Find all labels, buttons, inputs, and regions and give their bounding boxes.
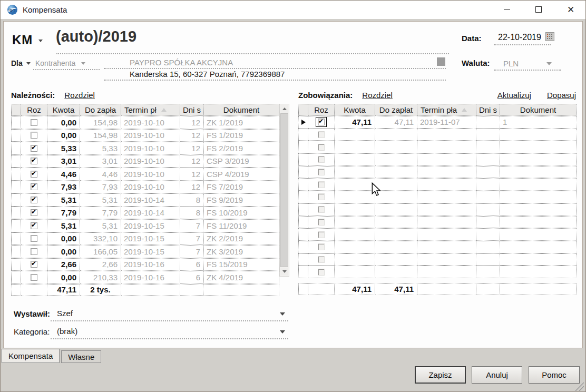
zobowiazania-empty-row[interactable] bbox=[298, 166, 577, 179]
dni-cell: 12 bbox=[180, 181, 204, 194]
scroll-down-button[interactable] bbox=[280, 268, 288, 276]
help-button[interactable]: Pomoc bbox=[529, 366, 580, 384]
row-marker-cell bbox=[12, 271, 21, 284]
doc-type-dropdown[interactable]: KM bbox=[12, 33, 43, 47]
col-header-dokument[interactable]: Dokument bbox=[204, 104, 279, 116]
col-header-kwota[interactable]: Kwota bbox=[47, 104, 80, 116]
roz-checkbox[interactable] bbox=[31, 235, 37, 242]
zobowiazania-empty-row[interactable] bbox=[298, 228, 577, 241]
kwota-cell: 47,11 bbox=[335, 116, 375, 129]
roz-checkbox[interactable] bbox=[31, 222, 37, 229]
naleznosci-row[interactable]: 3,013,012019-10-1012CSP 3/2019 bbox=[11, 155, 279, 168]
kontrahent-type-dropdown[interactable]: Kontrahenta bbox=[35, 59, 85, 67]
zobowiazania-row[interactable]: 47,1147,112019-11-071 bbox=[298, 116, 577, 129]
do-zaplaty-cell: 4,46 bbox=[80, 168, 121, 181]
col-header-dni[interactable]: Dni s bbox=[180, 104, 204, 116]
roz-checkbox[interactable] bbox=[31, 145, 37, 152]
minimize-button[interactable] bbox=[495, 1, 519, 18]
roz-checkbox[interactable] bbox=[31, 158, 37, 164]
naleznosci-row[interactable]: 5,335,332019-10-1012FS 2/2019 bbox=[11, 142, 279, 155]
roz-checkbox-disabled bbox=[318, 243, 325, 250]
calendar-icon[interactable] bbox=[545, 32, 554, 41]
naleznosci-rozdziel-link[interactable]: Rozdziel bbox=[64, 91, 95, 100]
zobowiazania-empty-row[interactable] bbox=[298, 153, 577, 166]
naleznosci-row[interactable]: 0,00154,982019-10-1012FS 1/2019 bbox=[11, 129, 279, 142]
vertical-scrollbar[interactable] bbox=[279, 104, 289, 277]
zobowiazania-empty-row[interactable] bbox=[298, 178, 577, 191]
dni-cell: 6 bbox=[180, 259, 204, 271]
wystawil-select[interactable]: Szef bbox=[57, 309, 73, 318]
dokument-cell: FS 1/2019 bbox=[204, 130, 279, 142]
col-header-dokument[interactable]: Dokument bbox=[500, 104, 577, 116]
col-header-termin[interactable]: Termin pła bbox=[417, 104, 476, 116]
naleznosci-row[interactable]: 2,662,662019-10-166FS 15/2019 bbox=[11, 258, 279, 271]
kwota-cell bbox=[335, 254, 375, 266]
zobowiazania-empty-row[interactable] bbox=[298, 191, 577, 203]
roz-checkbox[interactable] bbox=[31, 183, 37, 190]
naleznosci-row[interactable]: 0,00166,052019-10-157ZK 3/2019 bbox=[11, 245, 279, 258]
roz-checkbox[interactable] bbox=[31, 248, 37, 255]
col-header-termin[interactable]: Termin pł bbox=[121, 104, 180, 116]
naleznosci-row[interactable]: 0,00154,982019-10-1012ZK 1/2019 bbox=[11, 116, 279, 129]
do-zaplaty-cell bbox=[375, 266, 417, 278]
date-field[interactable]: 22-10-2019 bbox=[498, 33, 541, 42]
zobowiazania-rozdziel-link[interactable]: Rozdziel bbox=[362, 91, 393, 100]
col-header-roz[interactable]: Roz bbox=[308, 104, 335, 116]
zobowiazania-empty-row[interactable] bbox=[298, 241, 577, 253]
save-button[interactable]: Zapisz bbox=[415, 366, 466, 384]
resize-grip[interactable] bbox=[574, 381, 584, 391]
zobowiazania-empty-row[interactable] bbox=[298, 141, 577, 153]
zobowiazania-empty-row[interactable] bbox=[298, 253, 577, 266]
col-header-dni[interactable]: Dni s bbox=[476, 104, 500, 116]
col-header-do-zaplaty[interactable]: Do zapłat bbox=[375, 104, 417, 116]
currency-select[interactable]: PLN bbox=[503, 59, 519, 68]
col-header-do-zaplaty[interactable]: Do zapła bbox=[80, 104, 121, 116]
roz-checkbox[interactable] bbox=[31, 132, 37, 139]
aktualizuj-link[interactable]: Aktualizuj bbox=[497, 91, 531, 100]
naleznosci-row[interactable]: 4,464,462019-10-1012CSP 4/2019 bbox=[11, 168, 279, 181]
kontrahent-name-field[interactable]: PAYPRO SPÓŁKA AKCYJNA bbox=[130, 58, 233, 67]
naleznosci-row[interactable]: 0,00210,332019-10-166ZK 4/2019 bbox=[11, 271, 279, 284]
dni-cell: 12 bbox=[180, 168, 204, 181]
tab-wlasne[interactable]: Własne bbox=[61, 350, 101, 363]
col-header-roz[interactable]: Roz bbox=[21, 104, 47, 116]
col-header-kwota[interactable]: Kwota bbox=[335, 104, 375, 116]
scroll-up-button[interactable] bbox=[280, 105, 288, 113]
roz-checkbox[interactable] bbox=[31, 274, 37, 281]
zobowiazania-empty-row[interactable] bbox=[298, 266, 577, 278]
dni-cell bbox=[476, 266, 500, 278]
close-button[interactable]: ✕ bbox=[559, 1, 583, 18]
dokument-cell bbox=[500, 241, 577, 253]
zobowiazania-empty-row[interactable] bbox=[298, 216, 577, 229]
naleznosci-rows: 0,00154,982019-10-1012ZK 1/20190,00154,9… bbox=[11, 116, 289, 284]
roz-checkbox[interactable] bbox=[31, 119, 37, 126]
tab-kompensata[interactable]: Kompensata bbox=[2, 349, 60, 363]
naleznosci-row[interactable]: 7,937,932019-10-1012FS 7/2019 bbox=[11, 181, 279, 194]
roz-checkbox[interactable] bbox=[31, 209, 37, 216]
roz-checkbox[interactable] bbox=[31, 171, 37, 178]
termin-cell bbox=[417, 266, 476, 278]
naleznosci-row[interactable]: 5,315,312019-10-148FS 9/2019 bbox=[11, 193, 279, 207]
do-zaplaty-cell bbox=[375, 166, 417, 179]
roz-checkbox[interactable] bbox=[31, 197, 37, 203]
naleznosci-row[interactable]: 7,797,792019-10-148FS 10/2019 bbox=[11, 207, 279, 220]
naleznosci-row[interactable]: 5,315,312019-10-157FS 11/2019 bbox=[11, 219, 279, 232]
dopasuj-link[interactable]: Dopasuj bbox=[547, 91, 576, 100]
kategoria-select[interactable]: (brak) bbox=[57, 327, 77, 336]
kontrahent-picker-button[interactable] bbox=[437, 57, 445, 66]
summary-cell bbox=[308, 284, 335, 295]
maximize-icon bbox=[535, 6, 542, 13]
maximize-button[interactable] bbox=[526, 1, 551, 18]
roz-checkbox-disabled bbox=[318, 181, 325, 188]
zobowiazania-empty-row[interactable] bbox=[298, 129, 577, 141]
cancel-button[interactable]: Anuluj bbox=[472, 366, 522, 384]
kwota-cell bbox=[335, 154, 375, 166]
scrollbar-thumb[interactable] bbox=[280, 113, 288, 267]
naleznosci-row[interactable]: 0,00332,102019-10-157ZK 2/2019 bbox=[11, 232, 279, 246]
roz-checkbox[interactable] bbox=[318, 119, 325, 125]
roz-checkbox[interactable] bbox=[31, 261, 37, 268]
zobowiazania-empty-row[interactable] bbox=[298, 203, 577, 216]
do-zaplaty-cell: 166,05 bbox=[80, 246, 121, 258]
roz-checkbox-disabled bbox=[318, 206, 325, 213]
dla-dropdown[interactable]: Dla bbox=[11, 59, 31, 67]
